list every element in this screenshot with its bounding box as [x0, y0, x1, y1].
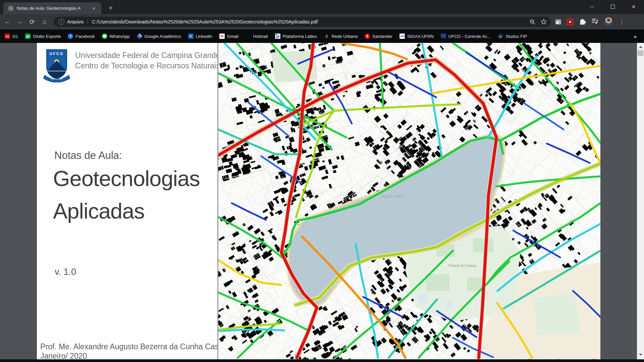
svg-text:SAPERE AUDE: SAPERE AUDE — [51, 78, 63, 80]
reload-button[interactable]: ⟳ — [27, 17, 37, 27]
profile-avatar[interactable] — [604, 17, 613, 26]
bookmark-google-acad-mico[interactable]: Google Acadêmico — [137, 34, 181, 39]
minimize-button[interactable] — [582, 0, 602, 13]
bookmarks-overflow-chevron[interactable]: » — [634, 34, 637, 39]
bookmark-label: LinkedIn — [196, 34, 212, 39]
scrollbar-thumb[interactable] — [638, 50, 643, 56]
university-line1: Universidade Federal de Campina Grande — [75, 50, 220, 61]
tab-close-icon[interactable]: × — [91, 5, 97, 12]
page-info-icon[interactable]: i — [58, 19, 64, 25]
restore-button[interactable] — [602, 0, 623, 13]
university-name: Universidade Federal de Campina Grande C… — [75, 50, 220, 71]
pdf-page: UFCG SAPERE AUDE Universidade Federal de… — [37, 43, 600, 359]
restore-icon — [611, 5, 615, 9]
bookmarks-bar: G1G1geGlobo EsportefFacebook☎WhatsAppGoo… — [0, 29, 644, 43]
cover-title-line1: Geotecnologias — [53, 162, 200, 195]
bookmark-label: Globo Esporte — [33, 34, 61, 39]
bookmark-studus-fip[interactable]: ∪Studus FIP — [498, 34, 527, 39]
minimize-icon — [590, 7, 594, 7]
cover-map-image: Açude VelhoParque da Criança — [218, 43, 600, 359]
url-scheme-label: Arquivo — [67, 19, 84, 24]
picture-in-picture-icon[interactable] — [555, 19, 561, 24]
pdf-viewer: UFCG SAPERE AUDE Universidade Federal de… — [0, 43, 644, 359]
close-icon: × — [632, 4, 636, 10]
tab-favicon-globe-icon — [8, 6, 13, 11]
bookmark-g1[interactable]: G1G1 — [5, 34, 18, 39]
bookmark-label: SIGAA UFRN — [407, 34, 434, 39]
bookmark-ufcg-controle-ac[interactable]: UFCG - Controle Ac... — [441, 34, 491, 39]
tab-title: Notas de Aula: Geotecnologias A — [17, 6, 90, 11]
bookmark-favicon-icon: M — [219, 34, 225, 39]
bookmark-hotmail[interactable]: Hotmail — [246, 34, 268, 39]
bookmark-label: Studus FIP — [505, 34, 527, 39]
browser-toolbar: ← → ⟳ ⌂ i Arquivo C:/Users/alexb/Downloa… — [0, 14, 644, 29]
bookmark-label: G1 — [12, 34, 18, 39]
bookmark-favicon-icon — [275, 34, 280, 39]
author-name: Prof. Me. Alexandre Augusto Bezerra da C… — [40, 342, 228, 351]
cover-author-block: Prof. Me. Alexandre Augusto Bezerra da C… — [40, 342, 228, 361]
extensions-puzzle-icon[interactable] — [579, 18, 586, 26]
bookmark-label: Santander — [372, 34, 392, 39]
bookmark-favicon-icon: ♢ — [324, 34, 329, 39]
toolbar-extensions: A ⋮ — [555, 17, 625, 26]
cover-title-line2: Aplicadas — [53, 195, 200, 227]
bookmark-label: Gmail — [227, 34, 238, 39]
bookmark-favicon-icon: ge — [25, 34, 31, 39]
ufcg-logo: UFCG SAPERE AUDE — [43, 49, 71, 82]
back-button[interactable]: ← — [2, 17, 12, 27]
cover-subtitle: Notas de Aula: — [54, 149, 122, 162]
scroll-down-arrow-icon[interactable] — [637, 352, 644, 357]
tab-strip: Notas de Aula: Geotecnologias A × + × — [0, 0, 644, 14]
svg-text:UFCG: UFCG — [49, 52, 64, 56]
bookmark-label: Rede Urbana — [332, 34, 358, 39]
new-tab-button[interactable]: + — [106, 3, 115, 13]
bookmark-facebook[interactable]: fFacebook — [68, 34, 95, 39]
bookmark-favicon-icon — [246, 34, 251, 39]
bookmark-plataforma-lattes[interactable]: Plataforma Lattes — [275, 34, 317, 39]
bookmark-label: UFCG - Controle Ac... — [448, 34, 491, 39]
bookmark-favicon-icon: ☎ — [102, 34, 107, 39]
vertical-scrollbar[interactable] — [637, 43, 644, 359]
forward-button[interactable]: → — [15, 17, 25, 27]
bookmark-linkedin[interactable]: inLinkedIn — [188, 34, 212, 39]
bookmark-favicon-icon: ∪ — [498, 34, 503, 39]
bookmark-globo-esporte[interactable]: geGlobo Esporte — [25, 34, 61, 39]
bookmark-rede-urbana[interactable]: ♢Rede Urbana — [324, 34, 358, 39]
bookmark-favicon-icon: G1 — [5, 34, 10, 39]
url-separator — [88, 19, 88, 24]
close-button[interactable]: × — [623, 0, 644, 13]
tab-title-fade — [83, 4, 91, 13]
bookmark-favicon-icon: UFRN — [399, 34, 405, 39]
window-controls: × — [582, 0, 644, 13]
city-map: Açude VelhoParque da Criança — [218, 43, 600, 359]
bookmark-favicon-icon — [441, 34, 446, 39]
cover-title: Geotecnologias Aplicadas — [53, 162, 200, 227]
bookmark-gmail[interactable]: MGmail — [219, 34, 238, 39]
bookmark-santander[interactable]: SSantander — [365, 34, 392, 39]
bookmark-favicon-icon: f — [68, 34, 73, 39]
bookmark-favicon-icon: S — [365, 34, 370, 39]
bookmark-label: WhatsApp — [110, 34, 130, 39]
bookmark-label: Hotmail — [253, 34, 268, 39]
bookmark-label: Google Acadêmico — [145, 34, 181, 39]
adobe-acrobat-icon[interactable]: A — [567, 19, 573, 25]
lake-label: Açude Velho — [381, 194, 404, 199]
bookmark-label: Plataforma Lattes — [283, 34, 317, 39]
bookmark-whatsapp[interactable]: ☎WhatsApp — [102, 34, 130, 39]
home-button[interactable]: ⌂ — [40, 17, 50, 27]
zoom-search-icon[interactable] — [529, 18, 536, 25]
media-controls-icon[interactable] — [592, 18, 598, 25]
bookmark-star-icon[interactable] — [540, 18, 547, 25]
cover-version: v. 1.0 — [55, 267, 76, 277]
url-text[interactable]: C:/Users/alexb/Downloads/Notas%2520de%25… — [92, 19, 318, 24]
bookmark-favicon-icon — [137, 33, 143, 39]
address-bar[interactable]: i Arquivo C:/Users/alexb/Downloads/Notas… — [54, 17, 551, 27]
browser-menu-icon[interactable]: ⋮ — [619, 18, 625, 25]
browser-tab[interactable]: Notas de Aula: Geotecnologias A × — [3, 2, 101, 14]
park-label: Parque da Criança — [448, 264, 477, 267]
bookmark-label: Facebook — [75, 34, 95, 39]
bookmark-favicon-icon: in — [188, 34, 194, 39]
bookmark-sigaa-ufrn[interactable]: UFRNSIGAA UFRN — [399, 34, 434, 39]
university-line2: Centro de Tecnologia e Recursos Naturais — [75, 61, 220, 71]
scroll-up-arrow-icon[interactable] — [637, 44, 644, 50]
